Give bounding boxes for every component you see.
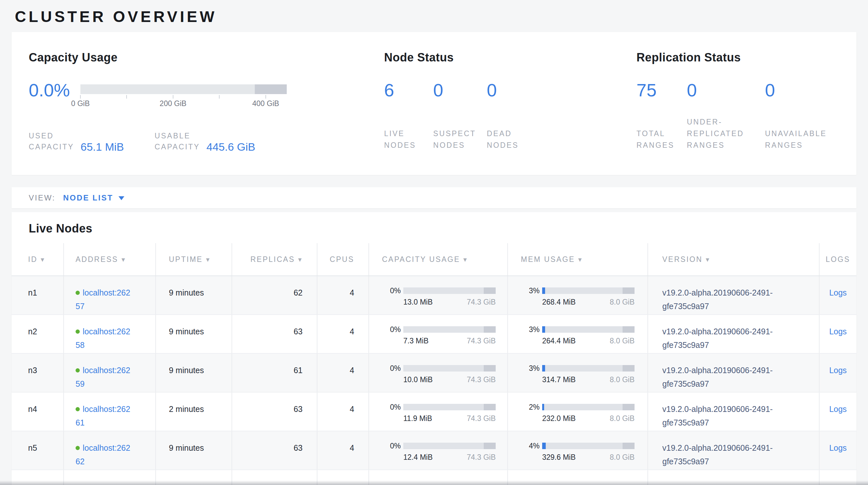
live-nodes-label: LIVE NODES — [384, 116, 433, 151]
suspect-nodes-label: SUSPECT NODES — [433, 116, 487, 151]
logs-link[interactable]: Logs — [829, 366, 847, 375]
capacity-usage-chart-row: 0.0% 0 GiB 200 GiB 400 GiB — [29, 81, 384, 112]
mem-usage-cell: 4% 329.6 MiB8.0 GiB — [507, 431, 648, 470]
capacity-used-value: 13.0 MiB — [403, 297, 433, 307]
logs-cell: Logs — [819, 392, 857, 431]
capacity-usage-cell: 0% 7.3 MiB74.3 GiB — [369, 315, 507, 353]
logs-link[interactable]: Logs — [829, 404, 847, 413]
suspect-nodes-value: 0 — [433, 81, 487, 99]
table-row: n3 localhost:26259 9 minutes 61 4 0% 10.… — [11, 353, 857, 392]
used-capacity-stat: USED CAPACITY 65.1 MiB — [29, 130, 124, 152]
node-address-link[interactable]: localhost:26262 — [75, 441, 133, 468]
mem-meter-fill — [542, 404, 544, 410]
axis-tick — [126, 95, 127, 98]
column-header-replicas[interactable]: REPLICAS▼ — [232, 243, 317, 276]
capacity-meter-bar — [403, 326, 496, 333]
axis-label-400: 400 GiB — [252, 99, 279, 108]
capacity-bar — [81, 84, 287, 94]
unavailable-ranges-label: UNAVAILABLE RANGES — [765, 116, 839, 151]
table-row-partial — [11, 470, 857, 485]
cpus-cell: 4 — [317, 315, 369, 353]
logs-link[interactable]: Logs — [829, 288, 847, 297]
address-cell: localhost:26262 — [64, 431, 156, 470]
metric-total-ranges: 75 TOTAL RANGES — [637, 81, 687, 151]
node-list-dropdown[interactable]: NODE LIST — [63, 193, 124, 202]
replication-status-heading: Replication Status — [637, 51, 839, 64]
mem-percent: 3% — [521, 286, 539, 295]
capacity-usage-cell: 0% 12.4 MiB74.3 GiB — [369, 431, 507, 470]
mem-total-value: 8.0 GiB — [610, 414, 634, 423]
mem-meter-reserved — [623, 404, 634, 410]
mem-meter-fill — [542, 365, 545, 372]
axis-tick — [266, 95, 266, 98]
axis-tick — [80, 95, 81, 98]
uptime-cell: 9 minutes — [156, 276, 232, 315]
mem-total-value: 8.0 GiB — [610, 375, 634, 384]
axis-label-200: 200 GiB — [159, 99, 186, 108]
total-ranges-value: 75 — [637, 81, 687, 99]
capacity-usage-cell: 0% 13.0 MiB74.3 GiB — [369, 276, 507, 315]
chevron-down-icon — [119, 196, 124, 200]
mem-used-value: 264.4 MiB — [542, 336, 576, 345]
table-row: n4 localhost:26261 2 minutes 63 4 0% 11.… — [11, 392, 857, 431]
mem-total-value: 8.0 GiB — [610, 453, 634, 462]
version-cell: v19.2.0-alpha.20190606-2491-gfe735c9a97 — [648, 353, 819, 392]
capacity-axis: 0 GiB 200 GiB 400 GiB — [81, 94, 287, 112]
used-capacity-label: USED CAPACITY — [29, 130, 74, 152]
version-text: v19.2.0-alpha.20190606-2491-gfe735c9a97 — [662, 325, 806, 352]
logs-link[interactable]: Logs — [829, 327, 847, 336]
capacity-total-value: 74.3 GiB — [467, 297, 496, 307]
mem-percent: 3% — [521, 325, 539, 334]
sort-desc-icon: ▼ — [41, 257, 45, 262]
column-header-address[interactable]: ADDRESS▼ — [64, 243, 156, 276]
mem-meter-reserved — [623, 287, 634, 294]
mem-used-value: 268.4 MiB — [542, 297, 576, 307]
mem-used-value: 232.0 MiB — [542, 414, 576, 423]
node-address-link[interactable]: localhost:26257 — [75, 286, 133, 313]
column-header-version[interactable]: VERSION▼ — [648, 243, 819, 276]
mem-percent: 4% — [521, 441, 539, 451]
replication-status-section: Replication Status 75 TOTAL RANGES 0 UND… — [637, 51, 839, 152]
capacity-meter-bar — [403, 404, 496, 410]
node-address-link[interactable]: localhost:26261 — [75, 402, 133, 429]
version-text: v19.2.0-alpha.20190606-2491-gfe735c9a97 — [662, 441, 806, 468]
column-header-mem-usage[interactable]: MEM USAGE▼ — [507, 243, 648, 276]
node-address-link[interactable]: localhost:26259 — [75, 364, 133, 391]
mem-meter-bar — [542, 443, 634, 449]
mem-total-value: 8.0 GiB — [610, 336, 634, 345]
version-text: v19.2.0-alpha.20190606-2491-gfe735c9a97 — [662, 364, 806, 391]
mem-percent: 3% — [521, 364, 539, 373]
sort-desc-icon: ▼ — [206, 257, 211, 262]
capacity-bar-chart: 0 GiB 200 GiB 400 GiB — [81, 84, 287, 112]
node-address-link[interactable]: localhost:26258 — [75, 325, 133, 352]
unavailable-ranges-value: 0 — [765, 81, 839, 99]
mem-usage-cell: 3% 268.4 MiB8.0 GiB — [507, 276, 648, 315]
capacity-meter-reserved — [484, 443, 496, 449]
capacity-used-value: 10.0 MiB — [403, 375, 433, 384]
metric-suspect-nodes: 0 SUSPECT NODES — [433, 81, 487, 151]
usable-capacity-stat: USABLE CAPACITY 445.6 GiB — [155, 130, 255, 152]
view-label: VIEW: — [29, 193, 56, 202]
capacity-meter-bar — [403, 287, 496, 294]
summary-card: Capacity Usage 0.0% 0 GiB 20 — [11, 32, 857, 175]
logs-link[interactable]: Logs — [829, 443, 847, 452]
table-row: n2 localhost:26258 9 minutes 63 4 0% 7.3… — [11, 315, 857, 353]
capacity-usage-heading: Capacity Usage — [29, 51, 384, 64]
page-header: CLUSTER OVERVIEW — [0, 0, 868, 25]
node-id-cell: n2 — [11, 315, 64, 353]
uptime-cell: 9 minutes — [156, 353, 232, 392]
view-selected-value: NODE LIST — [63, 193, 113, 202]
version-text: v19.2.0-alpha.20190606-2491-gfe735c9a97 — [662, 286, 806, 313]
sort-desc-icon: ▼ — [121, 257, 126, 262]
cpus-cell: 4 — [317, 276, 369, 315]
node-id-cell: n4 — [11, 392, 64, 431]
capacity-usage-section: Capacity Usage 0.0% 0 GiB 20 — [29, 51, 384, 152]
column-header-id[interactable]: ID▼ — [11, 243, 64, 276]
column-header-capacity-usage[interactable]: CAPACITY USAGE▼ — [369, 243, 507, 276]
axis-label-0: 0 GiB — [71, 99, 90, 108]
uptime-cell: 2 minutes — [156, 392, 232, 431]
column-header-uptime[interactable]: UPTIME▼ — [156, 243, 232, 276]
mem-total-value: 8.0 GiB — [610, 297, 634, 307]
cluster-overview-page: CLUSTER OVERVIEW Capacity Usage 0.0% — [0, 0, 868, 485]
mem-meter-bar — [542, 404, 634, 410]
